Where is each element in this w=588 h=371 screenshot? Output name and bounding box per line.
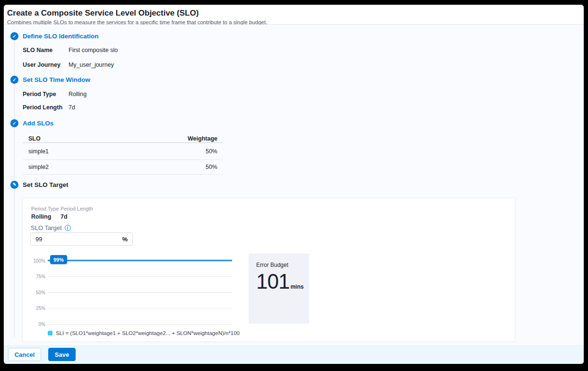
check-glyph: ✓: [12, 34, 16, 39]
page-title: Create a Composite Service Level Objecti…: [7, 9, 576, 18]
step-header-add-slos[interactable]: ✓ Add SLOs: [10, 119, 53, 127]
period-type-label: Period Type: [31, 206, 59, 212]
slo-target-slider-handle[interactable]: 99%: [50, 255, 67, 264]
period-type-value: Rolling: [31, 213, 51, 220]
dialog-header: Create a Composite Service Level Objecti…: [4, 5, 584, 25]
table-header-row: SLO Weightage: [23, 134, 223, 143]
slos-weightage-table: SLO Weightage simple1 50% simple2 50%: [23, 134, 223, 175]
percent-suffix: %: [122, 236, 128, 243]
field-label: Period Length: [23, 104, 69, 111]
y-tick-25: 25%: [26, 306, 45, 311]
field-row-user-journey: User Journey My_user_journey: [23, 62, 114, 68]
check-icon: ✓: [10, 76, 18, 84]
y-tick-100: 100%: [26, 258, 45, 264]
field-value: Rolling: [69, 91, 86, 97]
step-title: Add SLOs: [23, 120, 53, 127]
info-glyph: i: [67, 226, 68, 230]
check-glyph: ✓: [12, 121, 16, 126]
field-row-period-type: Period Type Rolling: [23, 91, 86, 97]
gridline-0: [48, 324, 232, 325]
check-icon: ✓: [10, 119, 18, 127]
cell-slo-name: simple2: [28, 164, 49, 170]
create-composite-slo-dialog: Create a Composite Service Level Objecti…: [4, 5, 584, 364]
error-budget-value: 101: [256, 271, 289, 292]
step-title: Set SLO Time Window: [23, 76, 90, 83]
step-header-set-slo-target[interactable]: ✎ Set SLO Target: [10, 181, 69, 189]
step-header-set-slo-time-window[interactable]: ✓ Set SLO Time Window: [10, 76, 90, 84]
error-budget-label: Error Budget: [256, 262, 302, 268]
field-row-slo-name: SLO Name First composite slo: [23, 47, 118, 53]
cell-weightage: 50%: [206, 164, 217, 170]
edit-icon: ✎: [10, 181, 18, 189]
wizard-content: ✓ Define SLO Identification SLO Name Fir…: [4, 25, 584, 345]
step-header-define-slo-identification[interactable]: ✓ Define SLO Identification: [10, 32, 99, 40]
field-value: My_user_journey: [69, 62, 114, 68]
slo-target-label: SLO Target: [31, 224, 62, 231]
field-label: SLO Name: [23, 47, 69, 53]
cell-weightage: 50%: [206, 148, 217, 155]
cancel-button[interactable]: Cancel: [8, 348, 41, 361]
cell-slo-name: simple1: [28, 148, 49, 155]
table-row: simple1 50%: [23, 143, 223, 160]
field-row-period-length: Period Length 7d: [23, 104, 75, 111]
slo-target-label-row: SLO Target i: [31, 224, 71, 231]
period-length-value: 7d: [61, 213, 68, 220]
info-icon[interactable]: i: [65, 225, 71, 231]
field-label: User Journey: [23, 62, 69, 68]
column-header-weightage: Weightage: [188, 135, 217, 142]
edit-glyph: ✎: [13, 183, 17, 187]
slo-target-slider-track[interactable]: [48, 260, 232, 261]
y-tick-50: 50%: [26, 290, 45, 295]
slo-target-panel: Period Type Period Length Rolling 7d SLO…: [22, 198, 515, 342]
chart-legend: SLI = (SLO1*weightage1 + SLO2*weightage2…: [48, 330, 240, 336]
step-title: Set SLO Target: [23, 181, 69, 188]
check-glyph: ✓: [12, 78, 16, 82]
legend-label: SLI = (SLO1*weightage1 + SLO2*weightage2…: [56, 330, 240, 336]
slo-target-input[interactable]: [35, 236, 122, 243]
field-value: First composite slo: [69, 47, 118, 53]
slo-target-input-wrap: %: [30, 232, 133, 246]
save-button[interactable]: Save: [48, 348, 76, 361]
error-budget-card: Error Budget 101 mins: [249, 254, 309, 324]
error-budget-value-row: 101 mins: [256, 271, 302, 292]
table-row: simple2 50%: [23, 160, 223, 175]
check-icon: ✓: [10, 32, 18, 40]
gridline-75: [48, 276, 232, 277]
y-tick-0: 0%: [26, 322, 45, 327]
step-title: Define SLO Identification: [23, 33, 99, 40]
period-length-label: Period Length: [61, 206, 93, 212]
column-header-slo: SLO: [28, 135, 41, 142]
legend-swatch-icon: [48, 331, 52, 336]
error-budget-unit: mins: [290, 283, 303, 290]
y-tick-75: 75%: [26, 274, 45, 279]
dialog-footer: Cancel Save: [4, 345, 584, 364]
gridline-25: [48, 308, 232, 309]
field-value: 7d: [69, 104, 75, 111]
field-label: Period Type: [23, 91, 69, 97]
gridline-50: [48, 292, 232, 293]
